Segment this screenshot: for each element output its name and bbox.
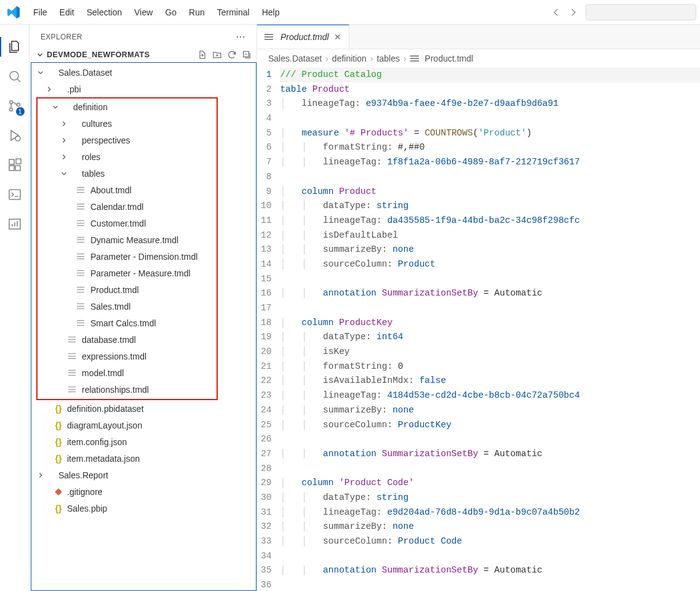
svg-point-1 [9,101,12,104]
file-icon [77,318,87,328]
chevron-down-icon [36,50,44,59]
file-model-tmdl[interactable]: model.tmdl [38,364,217,381]
file-definition-pbidataset[interactable]: {}definition.pbidataset [31,400,256,417]
menubar: FileEditSelectionViewGoRunTerminalHelp [0,0,700,25]
chevron-icon [36,471,45,480]
editor-tabs: Product.tmdl ✕ [257,25,700,49]
menu-file[interactable]: File [27,4,54,21]
folder-sales-report[interactable]: Sales.Report [31,467,256,483]
tab-product-tmdl[interactable]: Product.tmdl ✕ [257,25,349,49]
file-about-tmdl[interactable]: About.tmdl [38,182,217,198]
file-name: definition [73,102,108,112]
menu-view[interactable]: View [128,4,159,21]
file-sales-tmdl[interactable]: Sales.tmdl [38,298,217,315]
file-item-metadata-json[interactable]: {}item.metadata.json [31,450,256,467]
file-parameter-dimension-tmdl[interactable]: Parameter - Dimension.tmdl [38,248,217,265]
code-area[interactable]: 1234567891011121314151617181920212223242… [257,68,700,591]
breadcrumb-product-tmdl[interactable]: Product.tmdl [425,54,474,63]
file-icon [68,368,78,378]
svg-rect-9 [9,190,20,199]
file-icon [68,135,78,145]
file-product-tmdl[interactable]: Product.tmdl [38,281,217,298]
file-icon [68,385,78,395]
file-name: relationships.tmdl [82,385,149,395]
activity-explorer[interactable] [0,32,30,62]
file-name: model.tmdl [82,368,124,378]
file-name: Parameter - Measure.tmdl [90,268,191,278]
file-icon [77,219,87,228]
folder-tables[interactable]: tables [38,165,217,182]
refresh-button[interactable] [227,50,237,60]
folder-definition[interactable]: definition [38,98,217,115]
folder-roles[interactable]: roles [38,148,217,165]
file-icon [60,102,70,112]
menu-help[interactable]: Help [256,4,286,21]
line-gutter: 1234567891011121314151617181920212223242… [257,68,280,591]
file-diagramlayout-json[interactable]: {}diagramLayout.json [31,417,256,433]
file-icon [45,470,55,480]
activity-terminal[interactable] [0,180,30,209]
file-icon [68,119,78,129]
file-sales-pbip[interactable]: {}Sales.pbip [31,500,256,517]
file-icon [410,55,419,62]
svg-rect-7 [15,166,20,171]
file-icon [77,235,87,245]
file-name: Sales.Dataset [58,68,112,78]
file-parameter-measure-tmdl[interactable]: Parameter - Measure.tmdl [38,265,217,281]
file-icon [45,68,55,78]
file-database-tmdl[interactable]: database.tmdl [38,331,217,348]
new-file-button[interactable] [197,50,207,60]
file-name: item.metadata.json [67,454,140,464]
project-header[interactable]: DEVMODE_NEWFORMATS [30,47,257,62]
file-icon [77,252,87,262]
folder-cultures[interactable]: cultures [38,115,217,132]
menu-run[interactable]: Run [183,4,211,21]
file-name: Sales.tmdl [90,302,130,312]
menu-go[interactable]: Go [159,4,183,21]
activity-extensions[interactable] [0,150,30,180]
file-name: Sales.pbip [67,504,107,513]
new-folder-button[interactable] [212,50,222,60]
folder-perspectives[interactable]: perspectives [38,132,217,148]
tab-close-button[interactable]: ✕ [334,32,341,42]
nav-back-button[interactable] [547,4,565,21]
file-icon: {} [54,404,63,414]
nav-forward-button[interactable] [565,4,582,21]
command-center[interactable] [586,4,696,20]
file-name: Customer.tmdl [90,219,146,228]
folder-sales-dataset[interactable]: Sales.Dataset [31,64,256,81]
file-expressions-tmdl[interactable]: expressions.tmdl [38,348,217,364]
tab-label: Product.tmdl [280,32,329,42]
activity-source-control[interactable]: 1 [0,91,30,121]
folder-pbi[interactable]: .pbi [31,81,256,97]
explorer-more-button[interactable]: ⋯ [233,31,248,42]
file-name: perspectives [82,135,130,145]
activity-run-debug[interactable] [0,121,30,150]
file-name: tables [82,169,105,179]
breadcrumb-tables[interactable]: tables [377,54,400,63]
file-name: item.config.json [67,437,127,447]
chevron-icon [45,85,54,94]
file-smart-calcs-tmdl[interactable]: Smart Calcs.tmdl [38,315,217,331]
collapse-all-button[interactable] [242,50,252,60]
file-icon: {} [54,420,63,430]
file-icon [77,268,87,278]
file-name: Dynamic Measure.tmdl [90,235,178,245]
file-item-config-json[interactable]: {}item.config.json [31,433,256,450]
activity-powerbi[interactable] [0,209,30,239]
menu-terminal[interactable]: Terminal [211,4,256,21]
file-gitignore[interactable]: .gitignore [31,483,256,500]
file-dynamic-measure-tmdl[interactable]: Dynamic Measure.tmdl [38,231,217,248]
file-name: About.tmdl [90,185,132,195]
code-content[interactable]: /// Product Catalogtable Product│ lineag… [280,68,700,591]
file-calendar-tmdl[interactable]: Calendar.tmdl [38,198,217,215]
menu-edit[interactable]: Edit [54,4,81,21]
file-relationships-tmdl[interactable]: relationships.tmdl [38,381,217,398]
activity-search[interactable] [0,62,30,91]
file-icon: {} [54,437,63,447]
breadcrumb-definition[interactable]: definition [332,54,367,63]
breadcrumb-sales-dataset[interactable]: Sales.Dataset [268,54,322,63]
file-customer-tmdl[interactable]: Customer.tmdl [38,215,217,231]
svg-point-3 [17,103,20,107]
menu-selection[interactable]: Selection [81,4,129,21]
